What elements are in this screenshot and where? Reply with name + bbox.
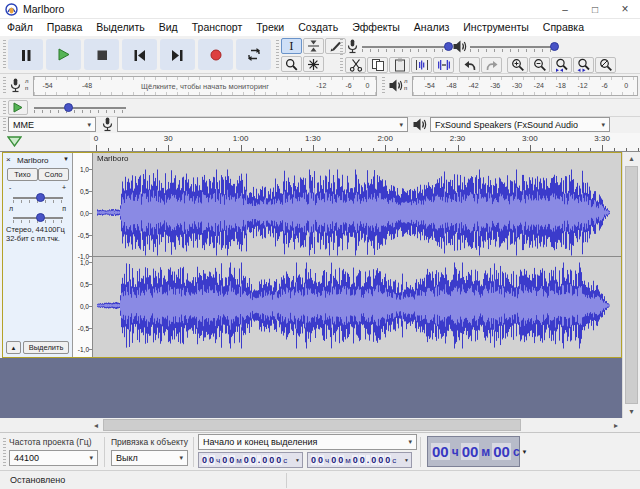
selection-toolbar-grip[interactable] — [3, 438, 6, 466]
time-unit[interactable]: с — [513, 445, 520, 459]
time-digit-group[interactable]: 00 — [431, 443, 450, 460]
track-menu-icon[interactable]: ▼ — [63, 156, 69, 162]
time-digit[interactable]: м — [236, 456, 242, 465]
time-digit[interactable]: 0 — [229, 455, 235, 465]
playback-device-select[interactable]: FxSound Speakers (FxSound Audio▾ — [430, 117, 610, 132]
mute-button[interactable]: Тихо — [7, 168, 38, 181]
loop-button[interactable] — [236, 39, 271, 70]
time-digit[interactable]: 0 — [276, 455, 282, 465]
recording-meter[interactable]: Щёлкните, чтобы начать мониторинг -54-48… — [33, 76, 377, 96]
time-digit[interactable]: 0 — [311, 455, 317, 465]
edit-grip[interactable] — [340, 58, 343, 73]
menu-item[interactable]: Анализ — [407, 19, 456, 36]
zoom-tool-button[interactable] — [281, 56, 302, 72]
time-digit[interactable]: 0 — [359, 455, 365, 465]
menu-item[interactable]: Транспорт — [185, 19, 250, 36]
vertical-scroll-thumb[interactable] — [625, 166, 638, 404]
time-digit[interactable]: 0 — [371, 455, 377, 465]
skip-to-end-button[interactable] — [160, 39, 195, 70]
time-digit[interactable]: ч — [325, 456, 329, 465]
audio-host-select[interactable]: MME▾ — [8, 117, 96, 132]
skip-to-start-button[interactable] — [122, 39, 157, 70]
scroll-up-icon[interactable]: ▴ — [623, 152, 640, 165]
time-digit[interactable]: 0 — [318, 455, 324, 465]
time-digit[interactable]: 0 — [222, 455, 228, 465]
time-digit[interactable]: м — [345, 456, 351, 465]
chevron-down-icon[interactable]: ▼ — [522, 449, 528, 455]
device-grip[interactable] — [3, 118, 6, 131]
select-track-button[interactable]: Выделить — [23, 341, 69, 354]
audio-position-display[interactable]: 00ч00м00с▼ — [427, 436, 520, 467]
minimize-button[interactable]: – — [550, 0, 580, 18]
record-button[interactable] — [198, 39, 233, 70]
time-digit[interactable]: 0 — [269, 455, 275, 465]
maximize-button[interactable]: □ — [580, 0, 610, 18]
gain-slider[interactable] — [13, 197, 63, 199]
menu-item[interactable]: Инструменты — [456, 19, 535, 36]
mixer-grip[interactable] — [340, 39, 343, 55]
multi-tool-button[interactable] — [303, 56, 324, 72]
time-digit[interactable]: . — [366, 455, 370, 465]
play-speed-grip[interactable] — [3, 101, 6, 114]
undo-button[interactable] — [459, 57, 480, 73]
waveform-area[interactable]: Marlboro — [93, 153, 621, 357]
snap-to-select[interactable]: Выкл▾ — [111, 450, 188, 466]
recording-volume-slider[interactable] — [362, 46, 447, 48]
stop-button[interactable] — [84, 39, 119, 70]
recording-device-select[interactable]: ▾ — [117, 117, 408, 132]
solo-button[interactable]: Соло — [38, 168, 69, 181]
horizontal-scrollbar[interactable]: ◂ ▸ — [0, 418, 640, 432]
time-digit[interactable]: с — [283, 456, 287, 465]
loop-region-icon[interactable] — [7, 136, 22, 147]
redo-button[interactable] — [481, 57, 502, 73]
pan-slider[interactable] — [13, 217, 63, 219]
time-digit[interactable]: 0 — [338, 455, 344, 465]
time-digit[interactable]: 0 — [331, 455, 337, 465]
selection-range-mode-select[interactable]: Начало и конец выделения▾ — [198, 434, 417, 450]
selection-start-field[interactable]: 00ч00м00.000с▼ — [198, 452, 303, 468]
record-meter-grip[interactable] — [3, 77, 6, 95]
collapse-track-button[interactable]: ▲ — [6, 341, 21, 354]
track-title[interactable]: Marlboro — [17, 156, 49, 165]
play-meter-grip[interactable] — [382, 77, 385, 95]
zoom-selection-button[interactable] — [551, 57, 572, 73]
scroll-right-icon[interactable]: ▸ — [610, 418, 622, 432]
play-speed-slider[interactable] — [34, 107, 126, 109]
playback-volume-slider[interactable] — [470, 46, 552, 48]
horizontal-scroll-thumb[interactable] — [103, 419, 521, 431]
menu-item[interactable]: Вид — [152, 19, 185, 36]
zoom-toggle-button[interactable] — [595, 57, 616, 73]
time-digit[interactable]: 0 — [250, 455, 256, 465]
vertical-scrollbar[interactable]: ▴ ▾ — [622, 152, 640, 418]
waveform-canvas[interactable] — [93, 153, 621, 357]
zoom-in-button[interactable] — [507, 57, 528, 73]
menu-item[interactable]: Эффекты — [345, 19, 407, 36]
time-digit[interactable]: ч — [216, 456, 220, 465]
time-digit-group[interactable]: 00 — [492, 443, 511, 460]
time-digit[interactable]: 0 — [243, 455, 249, 465]
time-unit[interactable]: м — [481, 445, 490, 459]
silence-audio-button[interactable] — [433, 57, 454, 73]
menu-item[interactable]: Файл — [0, 19, 40, 36]
play-button[interactable] — [46, 39, 81, 70]
timeline-ruler[interactable]: 0301:001:302:002:303:003:30 — [90, 133, 640, 152]
zoom-out-button[interactable] — [529, 57, 550, 73]
time-digit[interactable]: 0 — [385, 455, 391, 465]
tracks-background[interactable] — [0, 358, 622, 418]
selection-end-field[interactable]: 00ч00м00.000с▼ — [307, 452, 412, 468]
selection-tool-button[interactable]: I — [281, 38, 302, 54]
transport-grip[interactable] — [3, 40, 6, 70]
time-digit[interactable]: . — [257, 455, 261, 465]
menu-item[interactable]: Создать — [291, 19, 345, 36]
time-digit-group[interactable]: 00 — [461, 443, 480, 460]
scroll-down-icon[interactable]: ▾ — [623, 405, 640, 418]
pause-button[interactable] — [8, 39, 43, 70]
time-digit[interactable]: с — [392, 456, 396, 465]
vertical-scale-ruler[interactable]: 1,00,50,0-0,5-1,01,00,50,0-0,5-1,0 — [73, 153, 93, 357]
playback-volume-thumb[interactable] — [550, 42, 559, 51]
time-digit[interactable]: 0 — [378, 455, 384, 465]
trim-audio-button[interactable] — [411, 57, 432, 73]
zoom-project-button[interactable] — [573, 57, 594, 73]
close-button[interactable]: × — [610, 0, 640, 18]
scroll-left-icon[interactable]: ◂ — [90, 418, 102, 432]
